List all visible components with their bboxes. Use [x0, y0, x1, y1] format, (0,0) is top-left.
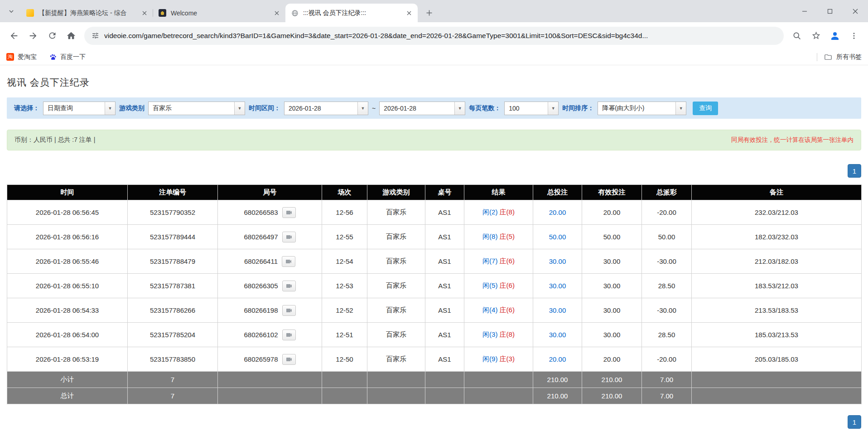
date-start-select[interactable]: 2026-01-28 ▼ — [284, 102, 368, 115]
all-bookmarks-button[interactable]: 所有书签 — [817, 53, 862, 61]
banker-result: 庄(5) — [500, 233, 515, 240]
bookmark-star-button[interactable] — [807, 27, 825, 44]
cell-time: 2026-01-28 06:56:16 — [7, 225, 128, 249]
profile-button[interactable] — [826, 27, 844, 44]
page-size-select[interactable]: 100 ▼ — [504, 102, 559, 115]
all-bookmarks-label: 所有书签 — [836, 53, 862, 61]
page-1-button[interactable]: 1 — [848, 164, 861, 178]
zoom-button[interactable] — [788, 27, 805, 44]
cell-result: 闲(2) 庄(8) — [464, 200, 533, 225]
total-bet-link[interactable]: 30.00 — [549, 282, 566, 290]
cell-game-type: 百家乐 — [367, 298, 425, 323]
chevron-down-icon — [8, 8, 14, 15]
address-bar[interactable]: videoie.com/game/betrecord_search/kind3?… — [84, 27, 784, 45]
sort-value: 降幂(由大到小) — [598, 102, 675, 115]
total-bet-link[interactable]: 20.00 — [549, 208, 566, 216]
cell-payout: -30.00 — [642, 298, 692, 323]
total-bet-link[interactable]: 30.00 — [549, 306, 566, 314]
video-replay-button[interactable] — [282, 232, 296, 242]
cell-note: 182.03/232.03 — [692, 225, 862, 249]
video-replay-button[interactable] — [282, 305, 296, 316]
cell-valid-bet: 20.00 — [582, 200, 642, 225]
tab-title: Welcome — [171, 10, 269, 17]
cell-round: 680266305 — [218, 274, 322, 298]
search-button[interactable]: 查询 — [693, 102, 718, 115]
chevron-down-icon: ▼ — [675, 102, 686, 115]
cell-game-type: 百家乐 — [367, 200, 425, 225]
cell-payout: 28.50 — [642, 323, 692, 347]
home-button[interactable] — [63, 27, 80, 44]
query-mode-select[interactable]: 日期查询 ▼ — [43, 102, 116, 115]
grand-total-row-cell: 7 — [128, 388, 218, 404]
cell-result: 闲(9) 庄(3) — [464, 347, 533, 372]
cell-game-type: 百家乐 — [367, 249, 425, 274]
cell-valid-bet: 30.00 — [582, 298, 642, 323]
cell-result: 闲(7) 庄(6) — [464, 249, 533, 274]
cell-total-bet: 30.00 — [533, 298, 582, 323]
close-tab-icon[interactable] — [140, 8, 149, 18]
browser-menu-button[interactable] — [845, 27, 863, 44]
cell-game-type: 百家乐 — [367, 274, 425, 298]
video-replay-button[interactable] — [282, 281, 296, 291]
round-number-wrap: 680266583 — [244, 207, 295, 218]
round-number: 680266497 — [244, 233, 278, 241]
grand-total-row-cell: 7.00 — [642, 388, 692, 404]
tab-forum[interactable]: 【新提醒】海燕策略论坛 - 综合 — [21, 4, 153, 22]
grand-total-row-cell — [464, 388, 533, 404]
date-end-select[interactable]: 2026-01-28 ▼ — [379, 102, 465, 115]
back-button[interactable] — [5, 27, 23, 44]
bet-record-row: 2026-01-28 06:55:46523157788479680266411… — [7, 249, 862, 274]
total-bet-link[interactable]: 30.00 — [549, 331, 566, 339]
subtotal-row-cell — [367, 372, 425, 388]
cell-session: 12-50 — [322, 347, 367, 372]
cell-round: 680266198 — [218, 298, 322, 323]
cell-round: 680266411 — [218, 249, 322, 274]
tab-bet-records[interactable]: :::视讯 会员下注纪录::: — [285, 4, 418, 22]
reload-button[interactable] — [43, 27, 61, 44]
cell-table-no: AS1 — [425, 249, 464, 274]
round-number-wrap: 680266198 — [244, 305, 295, 316]
currency-summary: 币别：人民币 | 总共 :7 注单 | — [14, 136, 95, 144]
maximize-button[interactable] — [817, 0, 843, 22]
cell-time: 2026-01-28 06:56:45 — [7, 200, 128, 225]
sort-select[interactable]: 降幂(由大到小) ▼ — [598, 102, 686, 115]
url-text: videoie.com/game/betrecord_search/kind3?… — [104, 32, 648, 40]
total-bet-link[interactable]: 50.00 — [549, 233, 566, 241]
query-mode-value: 日期查询 — [43, 102, 105, 115]
close-window-button[interactable] — [843, 0, 868, 22]
round-number: 680266198 — [244, 306, 278, 314]
total-bet-link[interactable]: 30.00 — [549, 257, 566, 265]
game-type-select[interactable]: 百家乐 ▼ — [148, 102, 245, 115]
cell-session: 12-52 — [322, 298, 367, 323]
column-header: 注单编号 — [128, 185, 218, 200]
close-tab-icon[interactable] — [404, 8, 414, 18]
new-tab-button[interactable] — [422, 6, 436, 19]
bookmark-baidu[interactable]: 百度一下 — [49, 53, 86, 61]
video-replay-button[interactable] — [282, 256, 295, 267]
column-header: 场次 — [322, 185, 367, 200]
page-1-button[interactable]: 1 — [848, 415, 861, 429]
three-dots-icon — [850, 32, 858, 40]
table-foot: 小计7210.00210.007.00总计7210.00210.007.00 — [7, 372, 862, 404]
cell-payout: 50.00 — [642, 225, 692, 249]
back-icon — [9, 31, 19, 41]
video-replay-button[interactable] — [282, 354, 296, 365]
summary-bar: 币别：人民币 | 总共 :7 注单 | 同局有效投注，统一计算在该局第一张注单内 — [7, 130, 861, 150]
tabs: 【新提醒】海燕策略论坛 - 综合 Welcome :::视讯 会员下注纪录::: — [21, 4, 418, 22]
video-replay-button[interactable] — [282, 207, 296, 218]
cell-payout: -20.00 — [642, 200, 692, 225]
video-replay-button[interactable] — [282, 330, 296, 340]
cell-table-no: AS1 — [425, 225, 464, 249]
round-number-wrap: 680266305 — [244, 281, 295, 291]
forward-button[interactable] — [24, 27, 42, 44]
tab-welcome[interactable]: Welcome — [153, 4, 285, 22]
cell-table-no: AS1 — [425, 200, 464, 225]
cell-time: 2026-01-28 06:55:10 — [7, 274, 128, 298]
close-tab-icon[interactable] — [272, 8, 282, 18]
tab-search-button[interactable] — [5, 6, 17, 16]
bookmark-taobao[interactable]: 淘 爱淘宝 — [6, 53, 37, 61]
table-header-row: 时间注单编号局号场次游戏类别桌号结果总投注有效投注总派彩备注 — [7, 185, 862, 200]
bet-records-table: 时间注单编号局号场次游戏类别桌号结果总投注有效投注总派彩备注 2026-01-2… — [7, 184, 862, 404]
minimize-button[interactable] — [792, 0, 817, 22]
total-bet-link[interactable]: 20.00 — [549, 355, 566, 363]
